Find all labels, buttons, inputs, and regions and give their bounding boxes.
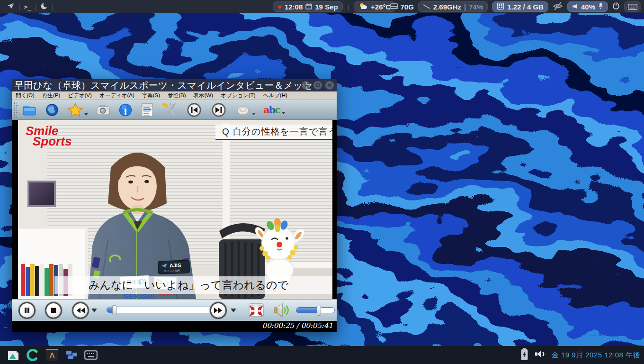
photos-app-icon[interactable] xyxy=(7,348,20,362)
menu-view[interactable]: 表示(W) xyxy=(189,92,217,99)
seek-handle[interactable] xyxy=(112,305,116,315)
disk-widget[interactable]: 70G xyxy=(390,3,413,11)
panel-temperature: +26°C xyxy=(371,3,391,11)
speaker-small-icon xyxy=(572,3,578,11)
favorites-button[interactable] xyxy=(67,102,88,118)
panel-left-group: | >_ | | xyxy=(7,2,54,11)
seek-slider[interactable] xyxy=(107,307,215,313)
maximize-button[interactable] xyxy=(313,81,322,90)
svg-text:エイジス九州: エイジス九州 xyxy=(164,269,180,273)
cpu-widget[interactable]: 2.69GHz | 74% xyxy=(418,1,488,12)
menu-audio[interactable]: オーディオ(A) xyxy=(96,92,138,99)
paper-plane-icon[interactable] xyxy=(7,2,15,11)
cpu-graph-icon xyxy=(423,3,430,11)
desktop: | >_ | | ♥ 12:08 19 Sep | +26°C xyxy=(0,0,644,364)
fast-forward-button[interactable] xyxy=(210,302,227,319)
open-file-button[interactable] xyxy=(22,103,37,117)
power-icon[interactable] xyxy=(612,2,620,11)
previous-chapter-button[interactable] xyxy=(186,101,203,118)
menu-open[interactable]: 開く(O) xyxy=(12,92,38,99)
volume-fill xyxy=(296,308,319,313)
microphone-icon xyxy=(598,2,603,11)
next-chapter-button[interactable] xyxy=(210,101,227,118)
menu-help[interactable]: ヘルプ(H) xyxy=(259,92,291,99)
status-bar: 00:00:25 / 00:05:41 xyxy=(12,321,337,332)
video-scene: AJIS エイジス九州 日本生命 xyxy=(18,120,332,299)
c-hex-app-icon[interactable] xyxy=(26,348,39,362)
subtitles-dropdown-arrow xyxy=(282,112,286,114)
information-icon[interactable] xyxy=(118,103,133,117)
keyboard-widget[interactable] xyxy=(624,1,641,12)
window-tiling-icon[interactable] xyxy=(65,348,78,362)
menu-browse[interactable]: 参照(B) xyxy=(164,92,189,99)
ram-icon xyxy=(497,2,504,11)
taskbar: Λ 金 19 9月 2025 12:08 午後 xyxy=(0,346,644,364)
subtitle-overlay: みんなに「いいよね」って言われるので xyxy=(54,276,332,294)
battery-charging-icon[interactable] xyxy=(520,348,528,363)
menu-play[interactable]: 再生(P) xyxy=(38,92,64,99)
panel-time: 12:08 xyxy=(285,3,303,11)
control-bar xyxy=(12,299,337,321)
preferences-icon[interactable] xyxy=(162,102,178,118)
subtitles-abc-button[interactable]: a b c xyxy=(263,104,286,116)
player-window: 早田ひな（卓球）スマイルスポーツ・スマイルインタビュー＆メッセ 開く(O) 再生… xyxy=(12,79,337,332)
volume-handle[interactable] xyxy=(317,306,321,316)
toolbar: a b c xyxy=(12,100,337,120)
weather-widget[interactable]: +26°C xyxy=(354,1,395,12)
smile-sports-logo: Smile Sports xyxy=(26,126,72,146)
calendar-icon xyxy=(305,3,312,11)
eye-slash-icon[interactable] xyxy=(553,1,563,12)
mute-button[interactable] xyxy=(235,103,256,117)
playlist-icon[interactable] xyxy=(140,102,154,118)
favorites-dropdown-arrow xyxy=(84,113,88,116)
onscreen-keyboard-icon[interactable] xyxy=(84,348,98,362)
top-panel: | >_ | | ♥ 12:08 19 Sep | +26°C xyxy=(0,0,644,13)
terminal-icon[interactable]: >_ xyxy=(24,3,31,10)
svg-text:AJIS: AJIS xyxy=(170,262,181,268)
close-button[interactable] xyxy=(325,81,334,90)
playback-time: 00:00:25 / 00:05:41 xyxy=(262,321,333,330)
menu-options[interactable]: オプション(T) xyxy=(217,92,259,99)
volume-icon[interactable] xyxy=(273,302,291,320)
panel-date: 19 Sep xyxy=(315,3,338,11)
window-titlebar[interactable]: 早田ひな（卓球）スマイルスポーツ・スマイルインタビュー＆メッセ xyxy=(12,79,337,91)
screenshot-icon[interactable] xyxy=(96,103,111,117)
open-url-icon[interactable] xyxy=(45,103,60,117)
minimize-button[interactable] xyxy=(302,81,310,90)
menu-video[interactable]: ビデオ(V) xyxy=(64,92,96,99)
pause-button[interactable] xyxy=(18,302,36,319)
volume-slider[interactable] xyxy=(296,307,335,313)
stop-button[interactable] xyxy=(45,302,62,319)
fullscreen-button[interactable] xyxy=(249,303,264,319)
night-light-icon[interactable] xyxy=(40,2,48,11)
sun-cloud-icon xyxy=(358,2,368,11)
disk-icon xyxy=(390,3,398,11)
heart-icon: ♥ xyxy=(277,3,282,11)
menu-bar: 開く(O) 再生(P) ビデオ(V) オーディオ(A) 字幕(S) 参照(B) … xyxy=(12,91,337,100)
mute-dropdown-arrow xyxy=(252,113,256,115)
volume-widget[interactable]: 40% xyxy=(567,1,608,12)
question-overlay: Q 自分の性格を一言で言うと？ xyxy=(215,125,332,140)
panel-center-group: ♥ 12:08 19 Sep | +26°C xyxy=(273,0,395,13)
rewind-button[interactable] xyxy=(72,302,89,319)
video-display[interactable]: AJIS エイジス九州 日本生命 xyxy=(12,120,337,299)
menu-subtitles[interactable]: 字幕(S) xyxy=(138,92,164,99)
rewind-menu-arrow[interactable] xyxy=(91,309,97,312)
memory-widget[interactable]: 1.22 / 4 GB xyxy=(492,1,548,12)
fast-forward-menu-arrow[interactable] xyxy=(231,309,236,312)
lambda-app-icon[interactable]: Λ xyxy=(45,348,59,362)
window-title: 早田ひな（卓球）スマイルスポーツ・スマイルインタビュー＆メッセ xyxy=(14,79,337,91)
audio-volume-icon[interactable] xyxy=(534,349,546,361)
clock-widget[interactable]: ♥ 12:08 19 Sep xyxy=(273,1,343,12)
toolbar-grip[interactable] xyxy=(13,102,18,118)
taskbar-clock[interactable]: 金 19 9月 2025 12:08 午後 xyxy=(552,351,640,360)
panel-right-group: 70G 2.69GHz | 74% 1.22 / 4 GB xyxy=(390,0,641,13)
